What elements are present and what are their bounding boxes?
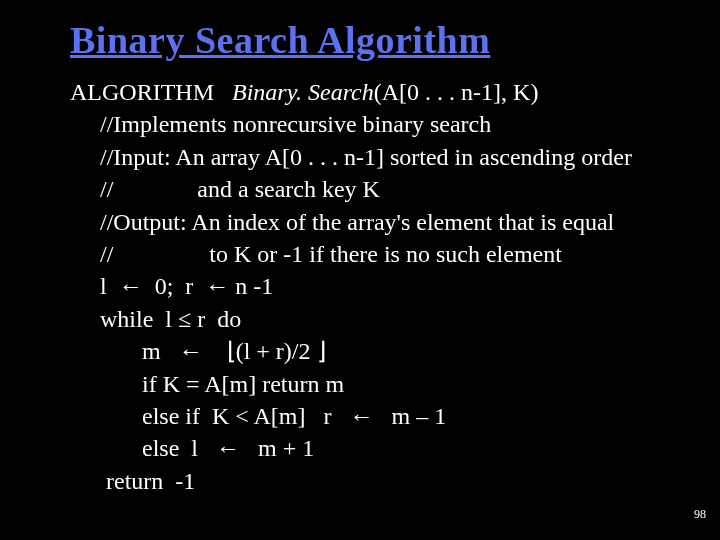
- algo-line-1: //Implements nonrecursive binary search: [70, 111, 491, 137]
- algo-line-12: return -1: [70, 468, 195, 494]
- algo-line-2: //Input: An array A[0 . . . n-1] sorted …: [70, 144, 632, 170]
- algo-line-8: m ← ⌊(l + r)/2 ⌋: [70, 338, 326, 364]
- algo-line-5: // to K or -1 if there is no such elemen…: [70, 241, 562, 267]
- algorithm-body: ALGORITHM Binary. Search(A[0 . . . n-1],…: [70, 76, 680, 497]
- algo-args: (A[0 . . . n-1], K): [374, 79, 539, 105]
- slide-title: Binary Search Algorithm: [70, 18, 680, 62]
- page-number: 98: [694, 507, 706, 522]
- algo-line-4: //Output: An index of the array's elemen…: [70, 209, 614, 235]
- algo-name: Binary. Search: [232, 79, 374, 105]
- algo-line-11: else l ← m + 1: [70, 435, 314, 461]
- algo-line-6: l ← 0; r ← n -1: [70, 273, 273, 299]
- algo-line-3: // and a search key K: [70, 176, 380, 202]
- algo-line-7: while l ≤ r do: [70, 306, 241, 332]
- algo-line-10: else if K < A[m] r ← m – 1: [70, 403, 446, 429]
- algo-keyword: ALGORITHM: [70, 79, 214, 105]
- slide: Binary Search Algorithm ALGORITHM Binary…: [0, 0, 720, 540]
- algo-line-9: if K = A[m] return m: [70, 371, 344, 397]
